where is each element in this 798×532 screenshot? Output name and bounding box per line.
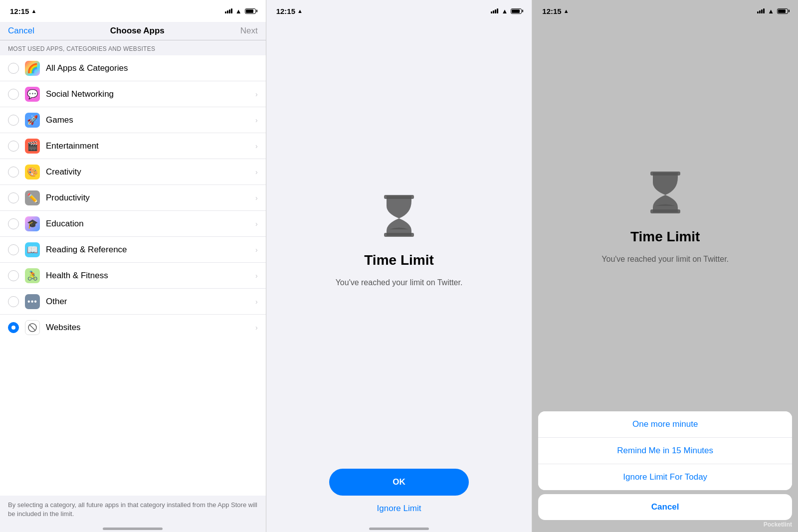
wifi-icon-3: ▲: [768, 7, 774, 15]
battery-icon-3: [777, 8, 788, 14]
list-item-websites[interactable]: Websites ›: [0, 315, 266, 341]
radio-entertainment[interactable]: [8, 141, 19, 152]
label-social: Social Networking: [46, 89, 251, 99]
list-item-reading[interactable]: 📖 Reading & Reference ›: [0, 237, 266, 263]
list-item-social[interactable]: 💬 Social Networking ›: [0, 81, 266, 107]
status-time-3: 12:15 ▲: [542, 7, 569, 15]
icon-entertainment: 🎬: [25, 139, 40, 154]
icon-other: •••: [25, 294, 40, 309]
icon-reading: 📖: [25, 242, 40, 257]
home-bar-1: [103, 528, 163, 530]
label-all-apps: All Apps & Categories: [46, 63, 258, 73]
list-item-creativity[interactable]: 🎨 Creativity ›: [0, 159, 266, 185]
label-entertainment: Entertainment: [46, 141, 251, 151]
icon-websites: [25, 320, 40, 335]
hourglass-icon-3: [645, 170, 685, 217]
nav-title-1: Choose Apps: [110, 26, 165, 36]
panel-choose-apps: 12:15 ▲ ▲ Cancel Choose Apps Next MOST U…: [0, 0, 266, 532]
svg-rect-3: [384, 233, 414, 237]
chevron-education: ›: [255, 220, 258, 228]
action-cancel[interactable]: Cancel: [538, 494, 792, 520]
action-sheet: One more minute Remind Me in 15 Minutes …: [538, 411, 792, 490]
location-arrow-icon-3: ▲: [564, 8, 569, 14]
status-icons-1: ▲: [225, 7, 256, 15]
chevron-websites: ›: [255, 324, 258, 332]
radio-health[interactable]: [8, 270, 19, 281]
battery-fill-2: [512, 9, 519, 13]
svg-line-1: [29, 325, 35, 331]
signal-icon-2: [491, 8, 498, 13]
panel-action-sheet: 12:15 ▲ ▲: [532, 0, 798, 532]
chevron-health: ›: [255, 272, 258, 280]
action-remind-15-minutes[interactable]: Remind Me in 15 Minutes: [538, 438, 792, 464]
list-item-other[interactable]: ••• Other ›: [0, 289, 266, 315]
list-item-all-apps[interactable]: 🌈 All Apps & Categories: [0, 55, 266, 81]
radio-other[interactable]: [8, 296, 19, 307]
time-limit-title-3: Time Limit: [630, 229, 700, 245]
list-item-health[interactable]: 🚴 Health & Fitness ›: [0, 263, 266, 289]
battery-fill-3: [778, 9, 786, 13]
radio-all-apps[interactable]: [8, 63, 19, 74]
time-limit-content-3: Time Limit You've reached your limit on …: [532, 22, 798, 411]
location-arrow-icon-2: ▲: [297, 8, 303, 14]
app-list: 🌈 All Apps & Categories 💬 Social Network…: [0, 55, 266, 496]
panel-time-limit: 12:15 ▲ ▲ Time Limit You': [266, 0, 533, 532]
status-icons-2: ▲: [491, 7, 522, 15]
list-item-entertainment[interactable]: 🎬 Entertainment ›: [0, 133, 266, 159]
label-education: Education: [46, 219, 251, 229]
action-one-more-minute[interactable]: One more minute: [538, 411, 792, 438]
icon-all-apps: 🌈: [25, 61, 40, 76]
icon-health: 🚴: [25, 268, 40, 283]
status-icons-3: ▲: [757, 7, 788, 15]
wifi-icon: ▲: [235, 7, 242, 15]
chevron-other: ›: [255, 298, 258, 306]
wifi-icon-2: ▲: [501, 7, 508, 15]
radio-games[interactable]: [8, 115, 19, 126]
radio-creativity[interactable]: [8, 167, 19, 177]
battery-icon: [245, 8, 256, 14]
ok-button[interactable]: OK: [329, 469, 469, 496]
cancel-button[interactable]: Cancel: [8, 26, 34, 36]
radio-productivity[interactable]: [8, 192, 19, 203]
radio-reading[interactable]: [8, 244, 19, 255]
home-bar-2: [369, 528, 429, 530]
chevron-games: ›: [255, 116, 258, 124]
icon-social: 💬: [25, 87, 40, 102]
next-button: Next: [240, 26, 258, 36]
footer-note-1: By selecting a category, all future apps…: [0, 496, 266, 524]
nav-bar-1: Cancel Choose Apps Next: [0, 22, 266, 40]
bottom-buttons-2: OK Ignore Limit: [266, 459, 532, 524]
label-websites: Websites: [46, 323, 251, 333]
label-reading: Reading & Reference: [46, 245, 251, 255]
right-panel-inner: 12:15 ▲ ▲: [532, 0, 798, 532]
status-time-2: 12:15 ▲: [276, 7, 303, 15]
list-item-games[interactable]: 🚀 Games ›: [0, 107, 266, 133]
action-ignore-limit-today[interactable]: Ignore Limit For Today: [538, 464, 792, 490]
status-bar-3: 12:15 ▲ ▲: [532, 0, 798, 22]
chevron-productivity: ›: [255, 194, 258, 202]
icon-productivity: ✏️: [25, 190, 40, 205]
icon-education: 🎓: [25, 216, 40, 231]
signal-icon: [225, 8, 232, 13]
status-bar-1: 12:15 ▲ ▲: [0, 0, 266, 22]
label-creativity: Creativity: [46, 167, 251, 177]
time-limit-title-2: Time Limit: [364, 252, 434, 268]
chevron-entertainment: ›: [255, 142, 258, 150]
radio-education[interactable]: [8, 218, 19, 229]
signal-icon-3: [757, 8, 765, 13]
chevron-social: ›: [255, 90, 258, 98]
icon-games: 🚀: [25, 113, 40, 128]
label-games: Games: [46, 115, 251, 125]
chevron-reading: ›: [255, 246, 258, 254]
list-item-education[interactable]: 🎓 Education ›: [0, 211, 266, 237]
location-arrow-icon: ▲: [31, 8, 36, 14]
radio-social[interactable]: [8, 89, 19, 100]
icon-creativity: 🎨: [25, 165, 40, 179]
radio-websites[interactable]: [8, 322, 19, 333]
ignore-limit-button[interactable]: Ignore Limit: [377, 504, 421, 514]
time-limit-content-2: Time Limit You've reached your limit on …: [266, 22, 532, 459]
list-item-productivity[interactable]: ✏️ Productivity ›: [0, 185, 266, 211]
chevron-creativity: ›: [255, 168, 258, 176]
label-health: Health & Fitness: [46, 271, 251, 281]
svg-rect-2: [384, 195, 414, 199]
